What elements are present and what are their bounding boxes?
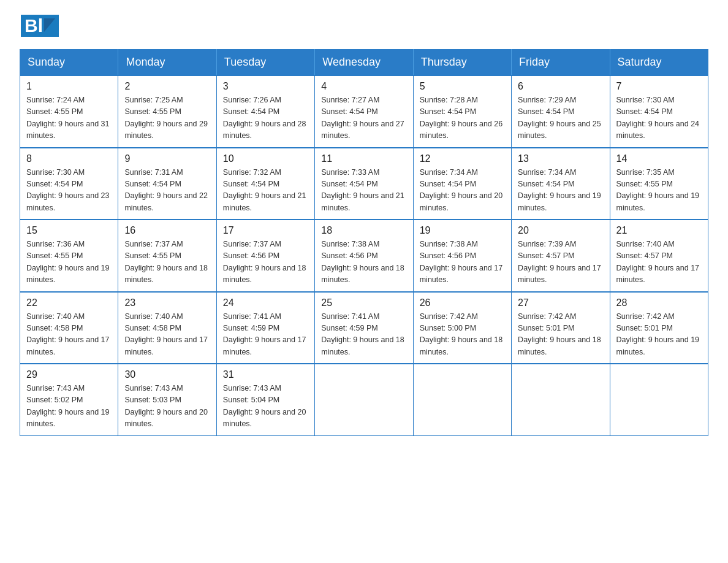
calendar-cell: 8 Sunrise: 7:30 AMSunset: 4:54 PMDayligh… [20,148,118,220]
calendar-cell: 31 Sunrise: 7:43 AMSunset: 5:04 PMDaylig… [216,364,314,435]
calendar-cell: 20 Sunrise: 7:39 AMSunset: 4:57 PMDaylig… [512,220,610,292]
calendar-cell: 27 Sunrise: 7:42 AMSunset: 5:01 PMDaylig… [512,292,610,364]
day-info: Sunrise: 7:39 AMSunset: 4:57 PMDaylight:… [518,240,601,284]
calendar-cell: 9 Sunrise: 7:31 AMSunset: 4:54 PMDayligh… [118,148,216,220]
day-number: 3 [223,81,308,92]
day-number: 18 [321,225,406,236]
logo-triangle-icon [44,18,55,32]
calendar-header-row: SundayMondayTuesdayWednesdayThursdayFrid… [20,50,708,76]
calendar-cell: 17 Sunrise: 7:37 AMSunset: 4:56 PMDaylig… [216,220,314,292]
calendar-cell: 16 Sunrise: 7:37 AMSunset: 4:55 PMDaylig… [118,220,216,292]
day-number: 26 [420,297,505,308]
day-info: Sunrise: 7:38 AMSunset: 4:56 PMDaylight:… [321,240,404,284]
calendar-cell: 6 Sunrise: 7:29 AMSunset: 4:54 PMDayligh… [512,75,610,148]
day-info: Sunrise: 7:43 AMSunset: 5:02 PMDaylight:… [26,384,110,428]
day-info: Sunrise: 7:41 AMSunset: 4:59 PMDaylight:… [223,312,306,356]
calendar-week-row: 29 Sunrise: 7:43 AMSunset: 5:02 PMDaylig… [20,364,708,435]
col-header-monday: Monday [118,50,216,76]
calendar-cell: 4 Sunrise: 7:27 AMSunset: 4:54 PMDayligh… [315,75,413,148]
calendar-week-row: 8 Sunrise: 7:30 AMSunset: 4:54 PMDayligh… [20,148,708,220]
day-info: Sunrise: 7:40 AMSunset: 4:57 PMDaylight:… [616,240,700,284]
calendar-cell: 25 Sunrise: 7:41 AMSunset: 4:59 PMDaylig… [315,292,413,364]
calendar-cell: 30 Sunrise: 7:43 AMSunset: 5:03 PMDaylig… [118,364,216,435]
day-number: 27 [518,297,603,308]
calendar-cell: 18 Sunrise: 7:38 AMSunset: 4:56 PMDaylig… [315,220,413,292]
calendar-cell: 12 Sunrise: 7:34 AMSunset: 4:54 PMDaylig… [413,148,511,220]
day-number: 5 [420,81,505,92]
day-number: 15 [26,225,112,236]
calendar-cell: 24 Sunrise: 7:41 AMSunset: 4:59 PMDaylig… [216,292,314,364]
calendar-cell: 26 Sunrise: 7:42 AMSunset: 5:00 PMDaylig… [413,292,511,364]
calendar-cell: 22 Sunrise: 7:40 AMSunset: 4:58 PMDaylig… [20,292,118,364]
day-info: Sunrise: 7:40 AMSunset: 4:58 PMDaylight:… [124,312,208,356]
col-header-sunday: Sunday [20,50,118,76]
calendar-week-row: 22 Sunrise: 7:40 AMSunset: 4:58 PMDaylig… [20,292,708,364]
col-header-saturday: Saturday [610,50,708,76]
day-info: Sunrise: 7:36 AMSunset: 4:55 PMDaylight:… [26,240,110,284]
day-number: 1 [26,81,112,92]
col-header-friday: Friday [512,50,610,76]
calendar-cell: 23 Sunrise: 7:40 AMSunset: 4:58 PMDaylig… [118,292,216,364]
day-info: Sunrise: 7:33 AMSunset: 4:54 PMDaylight:… [321,168,404,212]
logo-blue-section: Bl [21,15,59,37]
day-number: 25 [321,297,406,308]
day-info: Sunrise: 7:27 AMSunset: 4:54 PMDaylight:… [321,96,404,140]
calendar-cell: 10 Sunrise: 7:32 AMSunset: 4:54 PMDaylig… [216,148,314,220]
day-number: 29 [26,369,112,380]
day-number: 31 [223,369,308,380]
day-info: Sunrise: 7:30 AMSunset: 4:54 PMDaylight:… [26,168,110,212]
day-info: Sunrise: 7:26 AMSunset: 4:54 PMDaylight:… [223,96,306,140]
calendar-cell: 28 Sunrise: 7:42 AMSunset: 5:01 PMDaylig… [610,292,708,364]
day-number: 10 [223,153,308,164]
day-number: 28 [616,297,702,308]
calendar-cell: 14 Sunrise: 7:35 AMSunset: 4:55 PMDaylig… [610,148,708,220]
calendar-cell: 21 Sunrise: 7:40 AMSunset: 4:57 PMDaylig… [610,220,708,292]
calendar-week-row: 1 Sunrise: 7:24 AMSunset: 4:55 PMDayligh… [20,75,708,148]
logo-area: Bl [20,15,59,37]
day-number: 19 [420,225,505,236]
day-number: 12 [420,153,505,164]
day-info: Sunrise: 7:43 AMSunset: 5:03 PMDaylight:… [124,384,208,428]
calendar-cell: 11 Sunrise: 7:33 AMSunset: 4:54 PMDaylig… [315,148,413,220]
calendar-cell [315,364,413,435]
logo: Bl [20,15,59,37]
logo-blue-bg: Bl [21,15,59,37]
day-info: Sunrise: 7:37 AMSunset: 4:55 PMDaylight:… [124,240,208,284]
day-number: 17 [223,225,308,236]
day-info: Sunrise: 7:43 AMSunset: 5:04 PMDaylight:… [223,384,306,428]
calendar-cell [610,364,708,435]
calendar-cell [512,364,610,435]
day-number: 9 [124,153,210,164]
calendar-cell: 7 Sunrise: 7:30 AMSunset: 4:54 PMDayligh… [610,75,708,148]
day-info: Sunrise: 7:42 AMSunset: 5:01 PMDaylight:… [616,312,700,356]
day-info: Sunrise: 7:28 AMSunset: 4:54 PMDaylight:… [420,96,503,140]
svg-marker-0 [44,18,55,32]
day-number: 8 [26,153,112,164]
calendar-cell [413,364,511,435]
calendar-cell: 2 Sunrise: 7:25 AMSunset: 4:55 PMDayligh… [118,75,216,148]
day-number: 6 [518,81,603,92]
day-info: Sunrise: 7:41 AMSunset: 4:59 PMDaylight:… [321,312,404,356]
day-number: 13 [518,153,603,164]
day-number: 4 [321,81,406,92]
calendar-cell: 19 Sunrise: 7:38 AMSunset: 4:56 PMDaylig… [413,220,511,292]
day-info: Sunrise: 7:34 AMSunset: 4:54 PMDaylight:… [518,168,601,212]
calendar-cell: 1 Sunrise: 7:24 AMSunset: 4:55 PMDayligh… [20,75,118,148]
calendar-cell: 13 Sunrise: 7:34 AMSunset: 4:54 PMDaylig… [512,148,610,220]
day-info: Sunrise: 7:30 AMSunset: 4:54 PMDaylight:… [616,96,700,140]
calendar-week-row: 15 Sunrise: 7:36 AMSunset: 4:55 PMDaylig… [20,220,708,292]
day-number: 16 [124,225,210,236]
day-info: Sunrise: 7:34 AMSunset: 4:54 PMDaylight:… [420,168,503,212]
day-info: Sunrise: 7:24 AMSunset: 4:55 PMDaylight:… [26,96,110,140]
day-number: 2 [124,81,210,92]
calendar-cell: 15 Sunrise: 7:36 AMSunset: 4:55 PMDaylig… [20,220,118,292]
day-info: Sunrise: 7:42 AMSunset: 5:01 PMDaylight:… [518,312,601,356]
col-header-tuesday: Tuesday [216,50,314,76]
calendar-cell: 29 Sunrise: 7:43 AMSunset: 5:02 PMDaylig… [20,364,118,435]
day-info: Sunrise: 7:31 AMSunset: 4:54 PMDaylight:… [124,168,208,212]
header: Bl [20,15,708,37]
col-header-thursday: Thursday [413,50,511,76]
day-info: Sunrise: 7:42 AMSunset: 5:00 PMDaylight:… [420,312,503,356]
day-number: 30 [124,369,210,380]
day-number: 22 [26,297,112,308]
